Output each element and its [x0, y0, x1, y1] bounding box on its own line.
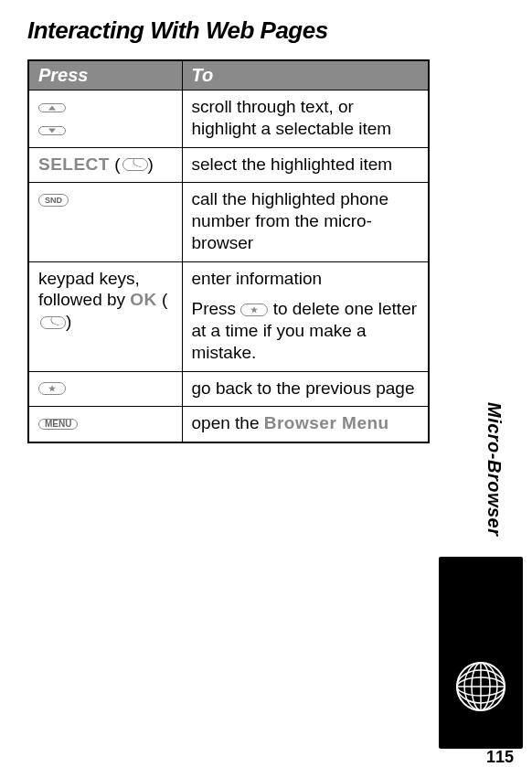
up-arrow-icon — [38, 103, 66, 112]
table-row: keypad keys, followed by OK () enter inf… — [28, 261, 429, 371]
table-row: SELECT () select the highlighted item — [28, 147, 429, 183]
to-cell: call the highlighted phone number from t… — [182, 183, 429, 261]
softkey-icon — [40, 316, 66, 329]
lcd-label-ok: OK — [130, 290, 157, 309]
table-header-press: Press — [28, 60, 182, 91]
to-cell: scroll through text, or highlight a sele… — [182, 91, 429, 148]
press-cell — [28, 91, 182, 148]
to-line1: enter information — [192, 268, 420, 290]
softkey-icon — [122, 158, 148, 171]
table-row: SND call the highlighted phone number fr… — [28, 183, 429, 261]
section-side-label: Micro-Browser — [484, 402, 505, 537]
to-text: open the — [192, 413, 264, 432]
globe-icon — [455, 661, 506, 712]
star-key-icon: ★ — [38, 382, 66, 395]
page-title: Interacting With Web Pages — [27, 16, 505, 45]
table-row: MENU open the Browser Menu — [28, 407, 429, 442]
menu-key-icon: MENU — [38, 419, 78, 430]
press-cell: SND — [28, 183, 182, 261]
instruction-table: Press To scroll through text, or highlig… — [27, 59, 430, 443]
down-arrow-icon — [38, 126, 66, 135]
to-cell: enter information Press ★ to delete one … — [182, 261, 429, 371]
to-cell: open the Browser Menu — [182, 407, 429, 442]
page-number: 115 — [486, 748, 514, 767]
to-cell: go back to the previous page — [182, 371, 429, 407]
star-key-icon: ★ — [240, 304, 268, 316]
press-text: keypad keys, followed by — [38, 269, 140, 310]
press-cell: SELECT () — [28, 147, 182, 183]
table-row: ★ go back to the previous page — [28, 371, 429, 407]
lcd-label-browser-menu: Browser Menu — [264, 413, 389, 432]
to-text: Press — [192, 299, 241, 318]
press-cell: keypad keys, followed by OK () — [28, 261, 182, 371]
press-cell: MENU — [28, 407, 182, 442]
snd-key-icon: SND — [38, 194, 69, 207]
press-cell: ★ — [28, 371, 182, 407]
to-cell: select the highlighted item — [182, 147, 429, 183]
section-thumb-tab — [439, 557, 523, 749]
to-line2: Press ★ to delete one letter at a time i… — [192, 298, 420, 363]
table-header-to: To — [182, 60, 429, 91]
table-row: scroll through text, or highlight a sele… — [28, 91, 429, 148]
lcd-label-select: SELECT — [38, 154, 110, 174]
